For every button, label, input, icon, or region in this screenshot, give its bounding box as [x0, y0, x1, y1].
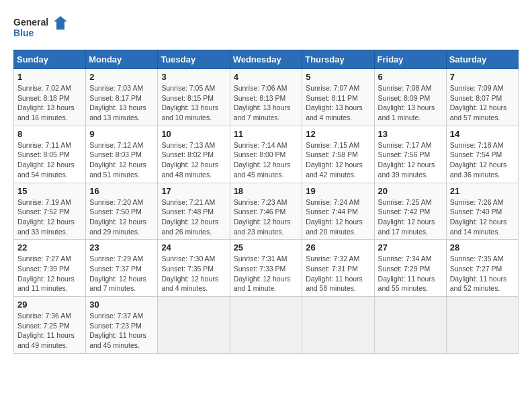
calendar-cell: 12Sunrise: 7:15 AM Sunset: 7:58 PM Dayli…	[302, 126, 374, 183]
day-info: Sunrise: 7:15 AM Sunset: 7:58 PM Dayligh…	[306, 140, 370, 180]
day-info: Sunrise: 7:08 AM Sunset: 8:09 PM Dayligh…	[378, 83, 443, 123]
day-number: 2	[89, 72, 154, 82]
day-number: 24	[161, 242, 226, 253]
calendar-cell	[446, 297, 518, 354]
day-info: Sunrise: 7:14 AM Sunset: 8:00 PM Dayligh…	[234, 140, 299, 180]
calendar-cell: 8Sunrise: 7:11 AM Sunset: 8:05 PM Daylig…	[14, 126, 86, 183]
day-number: 9	[89, 129, 154, 139]
calendar-cell: 30Sunrise: 7:37 AM Sunset: 7:23 PM Dayli…	[86, 297, 158, 354]
calendar-cell: 15Sunrise: 7:19 AM Sunset: 7:52 PM Dayli…	[14, 183, 86, 240]
day-number: 13	[378, 129, 443, 139]
calendar-cell	[158, 297, 230, 354]
day-number: 14	[450, 129, 515, 139]
calendar-week-row: 15Sunrise: 7:19 AM Sunset: 7:52 PM Dayli…	[14, 183, 519, 240]
day-header: Sunday	[14, 50, 86, 69]
day-header: Thursday	[302, 50, 374, 69]
calendar-cell: 3Sunrise: 7:05 AM Sunset: 8:15 PM Daylig…	[158, 69, 230, 126]
calendar-table: SundayMondayTuesdayWednesdayThursdayFrid…	[13, 50, 519, 354]
day-number: 26	[306, 242, 370, 253]
day-number: 29	[17, 300, 82, 310]
day-info: Sunrise: 7:18 AM Sunset: 7:54 PM Dayligh…	[450, 140, 515, 180]
calendar-cell: 7Sunrise: 7:09 AM Sunset: 8:07 PM Daylig…	[446, 69, 518, 126]
day-number: 22	[17, 242, 82, 253]
calendar-cell: 5Sunrise: 7:07 AM Sunset: 8:11 PM Daylig…	[302, 69, 374, 126]
day-info: Sunrise: 7:13 AM Sunset: 8:02 PM Dayligh…	[161, 140, 226, 180]
day-number: 1	[17, 72, 82, 82]
svg-marker-2	[54, 16, 67, 30]
day-number: 20	[378, 186, 443, 196]
day-number: 11	[234, 129, 299, 139]
calendar-week-row: 29Sunrise: 7:36 AM Sunset: 7:25 PM Dayli…	[14, 297, 519, 354]
day-info: Sunrise: 7:31 AM Sunset: 7:33 PM Dayligh…	[234, 254, 299, 293]
day-info: Sunrise: 7:02 AM Sunset: 8:18 PM Dayligh…	[17, 83, 82, 123]
calendar-cell: 25Sunrise: 7:31 AM Sunset: 7:33 PM Dayli…	[230, 240, 302, 297]
day-info: Sunrise: 7:19 AM Sunset: 7:52 PM Dayligh…	[17, 197, 82, 237]
calendar-cell	[230, 297, 302, 354]
calendar-cell: 14Sunrise: 7:18 AM Sunset: 7:54 PM Dayli…	[446, 126, 518, 183]
day-info: Sunrise: 7:06 AM Sunset: 8:13 PM Dayligh…	[234, 83, 299, 123]
svg-text:Blue: Blue	[13, 28, 34, 38]
day-number: 15	[17, 186, 82, 196]
day-number: 23	[89, 242, 154, 253]
day-number: 17	[161, 186, 226, 196]
day-info: Sunrise: 7:03 AM Sunset: 8:17 PM Dayligh…	[89, 83, 154, 123]
calendar-cell: 27Sunrise: 7:34 AM Sunset: 7:29 PM Dayli…	[374, 240, 446, 297]
logo: General Blue	[13, 13, 67, 43]
day-number: 6	[378, 72, 443, 82]
day-number: 28	[450, 242, 515, 253]
day-info: Sunrise: 7:25 AM Sunset: 7:42 PM Dayligh…	[378, 197, 443, 237]
calendar-cell: 18Sunrise: 7:23 AM Sunset: 7:46 PM Dayli…	[230, 183, 302, 240]
calendar-week-row: 1Sunrise: 7:02 AM Sunset: 8:18 PM Daylig…	[14, 69, 519, 126]
day-info: Sunrise: 7:32 AM Sunset: 7:31 PM Dayligh…	[306, 254, 370, 293]
svg-text:General: General	[13, 17, 48, 28]
calendar-cell	[302, 297, 374, 354]
day-number: 25	[234, 242, 299, 253]
day-number: 30	[89, 300, 154, 310]
day-info: Sunrise: 7:35 AM Sunset: 7:27 PM Dayligh…	[450, 254, 515, 293]
logo-svg: General Blue	[13, 13, 67, 43]
day-number: 27	[378, 242, 443, 253]
day-number: 21	[450, 186, 515, 196]
day-info: Sunrise: 7:37 AM Sunset: 7:23 PM Dayligh…	[89, 311, 154, 351]
day-number: 10	[161, 129, 226, 139]
calendar-cell: 29Sunrise: 7:36 AM Sunset: 7:25 PM Dayli…	[14, 297, 86, 354]
calendar-week-row: 22Sunrise: 7:27 AM Sunset: 7:39 PM Dayli…	[14, 240, 519, 297]
calendar-cell: 19Sunrise: 7:24 AM Sunset: 7:44 PM Dayli…	[302, 183, 374, 240]
calendar-cell: 24Sunrise: 7:30 AM Sunset: 7:35 PM Dayli…	[158, 240, 230, 297]
day-info: Sunrise: 7:17 AM Sunset: 7:56 PM Dayligh…	[378, 140, 443, 180]
calendar-cell: 21Sunrise: 7:26 AM Sunset: 7:40 PM Dayli…	[446, 183, 518, 240]
calendar-cell: 23Sunrise: 7:29 AM Sunset: 7:37 PM Dayli…	[86, 240, 158, 297]
day-info: Sunrise: 7:24 AM Sunset: 7:44 PM Dayligh…	[306, 197, 370, 237]
calendar-cell: 28Sunrise: 7:35 AM Sunset: 7:27 PM Dayli…	[446, 240, 518, 297]
calendar-week-row: 8Sunrise: 7:11 AM Sunset: 8:05 PM Daylig…	[14, 126, 519, 183]
day-info: Sunrise: 7:21 AM Sunset: 7:48 PM Dayligh…	[161, 197, 226, 237]
day-header: Tuesday	[158, 50, 230, 69]
day-info: Sunrise: 7:34 AM Sunset: 7:29 PM Dayligh…	[378, 254, 443, 293]
calendar-header-row: SundayMondayTuesdayWednesdayThursdayFrid…	[14, 50, 519, 69]
calendar-cell: 17Sunrise: 7:21 AM Sunset: 7:48 PM Dayli…	[158, 183, 230, 240]
calendar-cell: 20Sunrise: 7:25 AM Sunset: 7:42 PM Dayli…	[374, 183, 446, 240]
day-info: Sunrise: 7:07 AM Sunset: 8:11 PM Dayligh…	[306, 83, 370, 123]
day-header: Monday	[86, 50, 158, 69]
calendar-cell: 16Sunrise: 7:20 AM Sunset: 7:50 PM Dayli…	[86, 183, 158, 240]
day-info: Sunrise: 7:30 AM Sunset: 7:35 PM Dayligh…	[161, 254, 226, 293]
day-number: 18	[234, 186, 299, 196]
day-number: 5	[306, 72, 370, 82]
calendar-cell: 11Sunrise: 7:14 AM Sunset: 8:00 PM Dayli…	[230, 126, 302, 183]
calendar-cell: 4Sunrise: 7:06 AM Sunset: 8:13 PM Daylig…	[230, 69, 302, 126]
calendar-cell: 1Sunrise: 7:02 AM Sunset: 8:18 PM Daylig…	[14, 69, 86, 126]
day-info: Sunrise: 7:09 AM Sunset: 8:07 PM Dayligh…	[450, 83, 515, 123]
calendar-cell: 2Sunrise: 7:03 AM Sunset: 8:17 PM Daylig…	[86, 69, 158, 126]
day-header: Saturday	[446, 50, 518, 69]
day-info: Sunrise: 7:05 AM Sunset: 8:15 PM Dayligh…	[161, 83, 226, 123]
day-info: Sunrise: 7:23 AM Sunset: 7:46 PM Dayligh…	[234, 197, 299, 237]
day-number: 7	[450, 72, 515, 82]
page-header: General Blue	[13, 13, 519, 43]
calendar-cell: 6Sunrise: 7:08 AM Sunset: 8:09 PM Daylig…	[374, 69, 446, 126]
day-header: Friday	[374, 50, 446, 69]
day-number: 3	[161, 72, 226, 82]
day-info: Sunrise: 7:12 AM Sunset: 8:03 PM Dayligh…	[89, 140, 154, 180]
calendar-cell: 22Sunrise: 7:27 AM Sunset: 7:39 PM Dayli…	[14, 240, 86, 297]
day-number: 19	[306, 186, 370, 196]
day-number: 12	[306, 129, 370, 139]
